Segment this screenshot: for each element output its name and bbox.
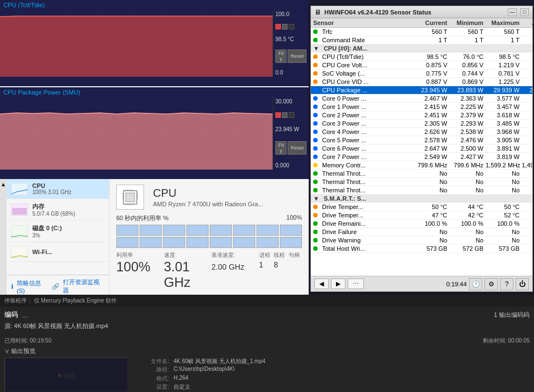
- table-row[interactable]: CPU Core Volt... 0.875 V 0.856 V 1.219 V…: [311, 61, 532, 70]
- output-preview-section: ∨ 输出预览 ▶ 预览 文件名: 4K 60帧 风景视频 无人机拍摄_1.mp4…: [4, 347, 530, 391]
- sidebar-item-wifi[interactable]: Wi-Fi...: [7, 242, 109, 262]
- table-row[interactable]: Drive Remaini... 100.0 % 100.0 % 100.0 %: [311, 220, 532, 228]
- handle-value: [289, 260, 303, 269]
- hwinfo-minimize-btn[interactable]: —: [508, 8, 517, 16]
- power-reset-btn[interactable]: Reset: [288, 141, 306, 155]
- speed-label: 速度: [164, 251, 207, 259]
- footer-more-btn[interactable]: ⋯: [348, 279, 364, 289]
- footer-help-icon[interactable]: ?: [500, 278, 513, 290]
- open-resource-icon: 🔗: [52, 283, 60, 290]
- hwinfo-window: 🖥 HWiNFO64 v6.24-4120 Sensor Status — □ …: [310, 6, 533, 292]
- table-row[interactable]: Core 0 Power ... 2.467 W 2.363 W 3.577 W…: [311, 95, 532, 103]
- path-label: 路径:: [136, 366, 169, 374]
- sidebar-item-cpu[interactable]: CPU 100% 3.01 GHz: [7, 179, 109, 199]
- table-row[interactable]: ▼S.M.A.R.T.: S...: [311, 195, 532, 203]
- table-row[interactable]: CPU (Tctl/Tdie) 98.5 °C 76.0 °C 98.5 °C …: [311, 53, 532, 61]
- open-resource-text[interactable]: 打开资源监视器: [63, 278, 105, 295]
- table-row[interactable]: ▼CPU [#0]: AM...: [311, 44, 532, 53]
- svg-text:▶ 预览: ▶ 预览: [57, 373, 76, 379]
- source-row: 源: 4K 60帧 风景视频 无人机拍摄.mp4: [4, 322, 530, 330]
- power-y-cur: 23.945 W: [275, 126, 306, 132]
- table-row[interactable]: Drive Temper... 47 °C 42 °C 52 °C 46 °C: [311, 211, 532, 220]
- footer-settings-icon[interactable]: ⚙: [484, 278, 498, 290]
- svg-rect-26: [11, 246, 28, 258]
- cpu-bar-5: [210, 225, 232, 236]
- hwinfo-maximize-btn[interactable]: □: [520, 8, 529, 16]
- disk-sidebar-name: 磁盘 0 (C:): [32, 224, 105, 232]
- footer-power-icon[interactable]: ⏻: [516, 278, 529, 290]
- table-row[interactable]: CPU Package ... 23.945 W 23.893 W 29.939…: [311, 86, 532, 95]
- brief-info-icon: ℹ: [11, 283, 13, 290]
- task-manager-bottom: ▲ CPU 100% 3.01 GHz: [0, 179, 309, 297]
- speed-stat: 速度 3.01 GHz: [164, 251, 207, 290]
- cpu-mini-graph: [11, 183, 28, 195]
- table-row[interactable]: Memory Contr... 799.6 MHz 799.6 MHz 1,59…: [311, 161, 532, 170]
- footer-time-text: 0:19:44: [446, 281, 467, 287]
- table-row[interactable]: Core 4 Power ... 2.626 W 2.538 W 3.968 W…: [311, 128, 532, 136]
- sidebar-toggle[interactable]: ▲: [0, 179, 7, 297]
- cpu-title-area: CPU AMD Ryzen 7 4700U with Radeon Gra...: [153, 187, 263, 207]
- cpu-sidebar-text: CPU 100% 3.01 GHz: [32, 182, 105, 195]
- power-fit-btn[interactable]: Fit y: [275, 141, 286, 155]
- time-row: 已用时间: 00:19:50 剩余时间: 00:00:05: [4, 337, 530, 345]
- footer-right-btn[interactable]: ▶: [331, 279, 345, 289]
- cpu-subtitle: AMD Ryzen 7 4700U with Radeon Gra...: [153, 201, 263, 207]
- cpu-bar-15: [256, 237, 279, 248]
- premiere-area: 停靠程序： 仅 Mercury Playback Engine 软件 编码 ..…: [0, 295, 534, 392]
- table-row[interactable]: CPU Core VID ... 0.887 V 0.869 V 1.225 V…: [311, 78, 532, 86]
- table-row[interactable]: Core 6 Power ... 2.647 W 2.500 W 3.891 W…: [311, 145, 532, 153]
- footer-clock-icon[interactable]: 🕐: [469, 278, 482, 290]
- cpu-stats-row: 利用率 100% 速度 3.01 GHz 基准速度: 2.00 GHz 进程 线…: [116, 251, 302, 290]
- sidebar-item-memory[interactable]: 内存 5.0/7.4 GB (68%): [7, 199, 109, 221]
- table-row[interactable]: Core 5 Power ... 2.578 W 2.476 W 3.905 W…: [311, 136, 532, 145]
- table-row[interactable]: Drive Failure No No No: [311, 228, 532, 236]
- hwinfo-icon: 🖥: [314, 8, 321, 16]
- sidebar-footer: ℹ 简略信息(S) 🔗 打开资源监视器: [7, 275, 109, 297]
- cpu-icon-box: [116, 185, 144, 210]
- wifi-sidebar-name: Wi-Fi...: [32, 249, 105, 255]
- hwinfo-table-body: Trfc 560 T 560 T 560 T Command Rate 1 T …: [311, 28, 532, 276]
- fit-y-btn[interactable]: Fit y: [275, 49, 286, 63]
- output-preview-header[interactable]: ∨ 输出预览: [4, 347, 530, 355]
- table-row[interactable]: Thermal Throt... No No No: [311, 186, 532, 195]
- cpu-detail-panel: CPU AMD Ryzen 7 4700U with Radeon Gra...…: [110, 179, 309, 297]
- table-row[interactable]: Core 1 Power ... 2.415 W 2.225 W 3.457 W…: [311, 103, 532, 111]
- hwinfo-titlebar: 🖥 HWiNFO64 v6.24-4120 Sensor Status — □: [311, 6, 532, 18]
- time-remaining: 剩余时间: 00:00:05: [483, 337, 530, 345]
- sidebar-item-disk[interactable]: 磁盘 0 (C:) 3%: [7, 221, 109, 242]
- table-row[interactable]: Thermal Throt... No No No: [311, 178, 532, 186]
- table-row[interactable]: Core 7 Power ... 2.549 W 2.427 W 3.819 W…: [311, 153, 532, 161]
- table-row[interactable]: Total Host Wri... 573 GB 572 GB 573 GB: [311, 245, 532, 253]
- cpu-power-graph: CPU Package Power (SMU): [0, 87, 309, 179]
- table-row[interactable]: Thermal Throt... No No No: [311, 170, 532, 178]
- cpu-sidebar-name: CPU: [32, 182, 105, 189]
- power-y-min: 0.000: [275, 162, 306, 168]
- graph-y-min: 0.0: [275, 70, 306, 76]
- process-stats: 进程 线程 句柄 1 8: [259, 251, 303, 290]
- footer-time-area: 0:19:44 🕐 ⚙ ? ⏻: [446, 278, 529, 290]
- cpu-usage-bars: [116, 225, 302, 248]
- table-row[interactable]: Command Rate 1 T 1 T 1 T: [311, 36, 532, 44]
- power-graph-title: CPU Package Power (SMU): [0, 87, 309, 97]
- cpu-bar-2: [140, 225, 162, 236]
- table-row[interactable]: Core 2 Power ... 2.451 W 2.379 W 3.618 W…: [311, 111, 532, 120]
- output-label: 1 输出编码码: [494, 311, 530, 319]
- table-row[interactable]: Trfc 560 T 560 T 560 T: [311, 28, 532, 36]
- basespeed-label: 基准速度:: [211, 251, 255, 259]
- process-label: 进程: [259, 251, 273, 259]
- table-row[interactable]: Core 3 Power ... 2.305 W 2.293 W 3.485 W…: [311, 120, 532, 128]
- svg-marker-21: [0, 113, 273, 170]
- table-row[interactable]: SoC Voltage (... 0.775 V 0.744 V 0.781 V…: [311, 70, 532, 78]
- memory-sidebar-detail: 5.0/7.4 GB (68%): [32, 211, 105, 217]
- encode-label: 编码: [4, 310, 18, 320]
- speed-value: 3.01 GHz: [164, 259, 207, 290]
- cpu-bar-3: [163, 225, 185, 236]
- table-row[interactable]: Drive Temper... 50 °C 44 °C 50 °C 48 °C: [311, 203, 532, 211]
- table-row[interactable]: Drive Warning No No No: [311, 236, 532, 245]
- reset-btn[interactable]: Reset: [288, 49, 306, 63]
- premiere-bar: 停靠程序： 仅 Mercury Playback Engine 软件: [0, 295, 534, 307]
- graph-y-max: 100.0: [275, 11, 306, 17]
- brief-info-text[interactable]: 简略信息(S): [17, 279, 48, 294]
- footer-left-btn[interactable]: ◀: [314, 279, 329, 289]
- thread-label: 线程: [274, 251, 288, 259]
